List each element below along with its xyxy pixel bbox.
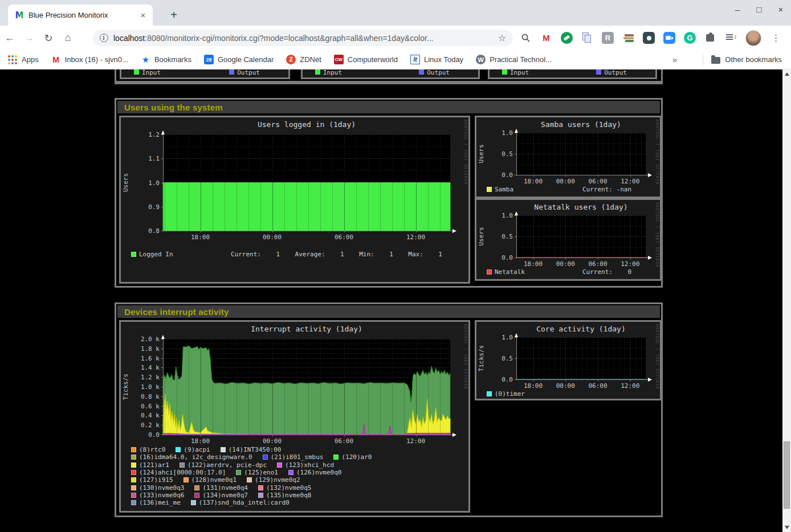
legend-row: (127)i915(128)nvme0q1(129)nvme0q2 [131,476,460,484]
lamp-extension-icon[interactable] [643,32,655,44]
rrdtool-watermark: RRDTOOL / TOBI OETIKER [655,324,659,390]
window-maximize-icon[interactable]: □ [755,5,764,14]
svg-text:0.6 k: 0.6 k [141,403,160,410]
legend-item: (122)aerdrv, pcie-dpc [180,461,267,469]
page-info-icon[interactable] [100,34,108,42]
r-extension-icon[interactable]: R [602,32,614,44]
legend-swatch [258,485,263,490]
rrdtool-watermark: RRDTOOL / TOBI OETIKER [655,202,659,268]
svg-text:Users: Users [122,173,129,192]
extensions-puzzle-icon[interactable] [704,32,716,44]
playlist-extension-icon[interactable]: ♪ [725,32,737,44]
bookmark-bookmarks[interactable]: ★ Bookmarks [141,55,191,64]
url-bar[interactable]: localhost:8080/monitorix-cgi/monitorix.c… [93,30,513,46]
other-bookmarks[interactable]: Other bookmarks [703,54,782,66]
zoom-camera-extension-icon[interactable] [663,32,675,44]
svg-text:Users logged in (1day): Users logged in (1day) [258,120,356,129]
profile-avatar[interactable] [745,30,761,46]
window-close-icon[interactable]: × [776,5,785,14]
back-icon[interactable]: ← [0,32,19,44]
users-logged-in-graph[interactable]: 0.80.91.01.11.218:0000:0006:0012:00Users… [121,117,468,249]
section-interrupts-header: Devices interrupt activity [117,305,660,318]
legend-item: (14)INT3450:00 [221,446,282,453]
partial-chart-2[interactable]: Input Output [301,69,480,79]
output-swatch [596,69,601,75]
svg-text:12:00: 12:00 [621,382,639,388]
svg-text:0.9: 0.9 [148,203,160,211]
legend-item: (132)nvme0q5 [258,484,311,492]
interrupt-activity-graph[interactable]: 0.00.2 k0.4 k0.6 k0.8 k1.0 k1.2 k1.4 k1.… [121,322,468,446]
bookmark-zdnet[interactable]: Z ZDNet [286,55,321,64]
svg-text:0.5: 0.5 [501,233,513,240]
forward-icon[interactable]: → [19,32,39,44]
legend-row: (16)idma64.0, i2c_designware.0(21)i801_s… [131,453,460,461]
svg-text:1.8 k: 1.8 k [141,345,160,353]
page-scrollbar[interactable] [782,69,791,532]
svg-text:0.2 k: 0.2 k [141,421,160,429]
bookmarks-overflow-icon[interactable]: » [672,55,677,64]
bookmark-computerworld[interactable]: CW Computerworld [334,55,398,64]
window-minimize-icon[interactable]: – [733,5,742,14]
copy-pages-extension-icon[interactable] [581,32,593,44]
input-swatch [134,69,139,75]
svg-text:0.0: 0.0 [148,431,160,439]
apps-grid-icon [8,55,18,64]
bookmark-practical-technology[interactable]: W Practical Technol... [476,55,552,64]
tab-close-icon[interactable]: × [138,10,148,20]
search-extension-icon[interactable] [520,32,532,44]
chart-core-activity[interactable]: 0.00.51.018:0000:0006:0012:00Core activi… [475,320,662,400]
url-text[interactable]: localhost:8080/monitorix-cgi/monitorix.c… [113,34,494,43]
legend-item: (134)nvme0q7 [194,492,247,499]
reload-icon[interactable]: ↻ [39,32,58,44]
partial-chart-1[interactable]: Input Output [120,69,290,79]
grammarly-extension-icon[interactable]: G [684,32,696,44]
new-tab-button[interactable]: + [166,8,181,23]
browser-tab[interactable]: M Blue Precision Monitorix × [8,5,153,26]
input-swatch [502,69,507,75]
legend-swatch [180,463,185,468]
bookmark-inbox[interactable]: M Inbox (16) - sjvn0... [51,55,128,64]
gmail-extension-icon[interactable]: M [540,32,552,44]
scrollbar-thumb[interactable] [784,441,790,509]
chart-users-logged-in[interactable]: 0.80.91.01.11.218:0000:0006:0012:00Users… [119,116,470,284]
svg-text:1.0: 1.0 [501,334,513,341]
legend-swatch [194,493,199,498]
svg-text:Ticks/s: Ticks/s [122,374,129,400]
samba-users-graph[interactable]: 0.00.51.018:0000:0006:0012:00Samba users… [476,117,660,186]
legend-item: (126)nvme0q0 [288,469,341,476]
legend-row: (130)nvme0q3(131)nvme0q4(132)nvme0q5 [131,484,460,491]
home-icon[interactable]: ⌂ [58,32,78,44]
partial-chart-3[interactable]: Input Output [488,69,657,79]
legend-item: (120)ar0 [333,453,372,461]
netatalk-users-graph[interactable]: 0.00.51.018:0000:0006:0012:00Netatalk us… [476,200,660,268]
chart-netatalk-users[interactable]: 0.00.51.018:0000:0006:0012:00Netatalk us… [475,198,662,281]
core-activity-graph[interactable]: 0.00.51.018:0000:0006:0012:00Core activi… [476,322,660,390]
svg-text:0.0: 0.0 [501,376,513,383]
folder-icon [711,57,720,64]
svg-text:1.0: 1.0 [501,212,513,219]
legend-stats: Current: 0 [582,268,631,276]
scrollbar-down-arrow[interactable] [782,523,791,532]
legend-item: (131)nvme0q4 [194,484,247,492]
bookmark-apps[interactable]: Apps [8,55,39,64]
svg-text:12:00: 12:00 [406,437,425,444]
rrdtool-watermark: RRDTOOL / TOBI OETIKER [463,324,468,390]
browser-menu-icon[interactable]: ⋮ [770,32,782,44]
bookmark-linux-today[interactable]: lt Linux Today [410,55,463,64]
books-extension-icon[interactable] [622,32,634,44]
svg-text:00:00: 00:00 [556,178,575,183]
legend-item: (8)rtc0 [131,446,165,453]
legend-item: (133)nvme0q6 [131,492,184,499]
chart-interrupt-activity[interactable]: 0.00.2 k0.4 k0.6 k0.8 k1.0 k1.2 k1.4 k1.… [119,320,470,513]
voice-extension-icon[interactable] [561,32,573,44]
chart-samba-users[interactable]: 0.00.51.018:0000:0006:0012:00Samba users… [475,116,662,198]
legend-swatch [131,493,136,498]
svg-text:1.4 k: 1.4 k [141,364,160,371]
legend-item: (124)ahci[0000:00:17.0] [131,469,226,476]
bookmark-star-icon[interactable]: ☆ [498,32,506,43]
scrollbar-up-arrow[interactable] [782,69,791,79]
legend-swatch [258,493,263,498]
svg-text:06:00: 06:00 [588,178,607,183]
svg-text:0.0: 0.0 [501,171,513,179]
bookmark-google-calendar[interactable]: 28 Google Calendar [204,55,274,64]
